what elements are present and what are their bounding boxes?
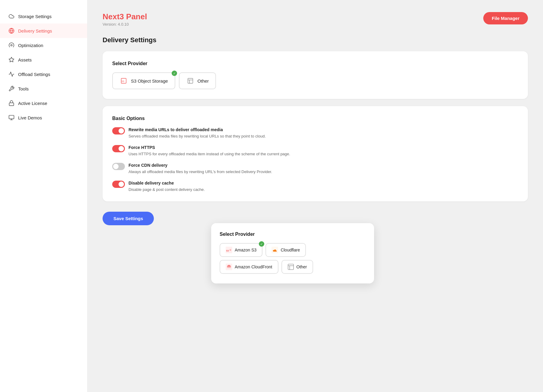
toggle-wrap-https: Force HTTPS Uses HTTPS for every offload…	[112, 145, 518, 156]
cloudflare-icon	[272, 247, 278, 253]
svg-marker-3	[9, 57, 14, 62]
toggle-wrap-cache: Disable delivery cache Disable page & po…	[112, 181, 518, 192]
toggle-force-https[interactable]	[112, 145, 125, 152]
tools-icon	[8, 86, 14, 92]
popup-selected-check-icon: ✓	[259, 241, 264, 247]
delivery-icon	[8, 28, 14, 34]
svg-rect-19	[227, 267, 231, 268]
toggle-wrap-cdn: Force CDN delivery Always all offloaded …	[112, 163, 518, 174]
svg-text:S3: S3	[226, 250, 229, 252]
sidebar-item-label: Optimization	[18, 43, 43, 48]
provider-s3-button[interactable]: ✓ S3 S3 Object Storage	[112, 72, 175, 89]
cloudflare-popup-label: Cloudflare	[281, 248, 300, 252]
license-icon	[8, 100, 14, 106]
sidebar-item-label: Live Demos	[18, 115, 42, 120]
option-cdn-title: Force CDN delivery	[129, 163, 272, 168]
cloud-icon	[8, 13, 14, 19]
option-https-desc: Uses HTTPS for every offloaded media ite…	[129, 152, 290, 156]
sidebar-item-assets[interactable]: Assets	[0, 52, 87, 67]
option-rewrite-urls: Rewrite media URLs to deliver offloaded …	[112, 127, 518, 138]
brand-title: Next3 Panel	[103, 12, 147, 21]
file-manager-button[interactable]: File Manager	[483, 12, 528, 24]
svg-text:S3: S3	[122, 80, 124, 83]
other-label: Other	[198, 78, 209, 84]
assets-icon	[8, 57, 14, 63]
provider-card-label: Select Provider	[112, 61, 518, 66]
basic-options-label: Basic Options	[112, 116, 518, 121]
other-icon	[186, 77, 195, 85]
sidebar-item-live-demos[interactable]: Live Demos	[0, 110, 87, 125]
sidebar-item-optimization[interactable]: Optimization	[0, 38, 87, 52]
sidebar-item-label: Delivery Settings	[18, 28, 52, 33]
popup-provider-buttons: ✓ S3 Amazon S3	[220, 243, 366, 274]
page-title: Delivery Settings	[103, 36, 528, 44]
svg-point-2	[11, 45, 12, 46]
option-cdn-text: Force CDN delivery Always all offloaded …	[129, 163, 272, 174]
popup-provider-label: Select Provider	[220, 232, 366, 237]
option-force-https: Force HTTPS Uses HTTPS for every offload…	[112, 145, 518, 156]
sidebar-item-label: Storage Settings	[18, 14, 52, 19]
amazon-s3-popup-label: Amazon S3	[235, 248, 256, 252]
option-https-text: Force HTTPS Uses HTTPS for every offload…	[129, 145, 290, 156]
offload-icon	[8, 71, 14, 77]
optimization-icon	[8, 42, 14, 48]
sidebar-item-active-license[interactable]: Active License	[0, 96, 87, 110]
popup-other-label: Other	[297, 264, 307, 269]
page-header: Next3 Panel Version: 4.0.10 File Manager	[103, 12, 528, 27]
svg-rect-10	[188, 78, 193, 84]
cloudfront-popup-label: Amazon CloudFront	[235, 264, 272, 269]
sidebar-item-label: Offload Settings	[18, 72, 50, 77]
s3-label: S3 Object Storage	[131, 78, 168, 84]
popup-cloudflare-button[interactable]: Cloudflare	[265, 243, 306, 257]
save-settings-button[interactable]: Save Settings	[103, 212, 154, 225]
provider-buttons-group: ✓ S3 S3 Object Storage	[112, 72, 518, 89]
toggle-rewrite-urls[interactable]	[112, 127, 125, 134]
popup-cloudfront-button[interactable]: Amazon CloudFront	[220, 260, 278, 274]
amazon-s3-icon: S3	[226, 247, 232, 253]
brand-block: Next3 Panel Version: 4.0.10	[103, 12, 147, 27]
sidebar-item-label: Assets	[18, 57, 32, 62]
sidebar-item-label: Active License	[18, 101, 47, 106]
option-cdn-desc: Always all offloaded media files by rewr…	[129, 169, 272, 174]
popup-other-icon	[287, 264, 294, 270]
select-provider-card: Select Provider ✓ S3 S3 Object Storage	[103, 51, 528, 99]
option-rewrite-title: Rewrite media URLs to deliver offloaded …	[129, 127, 266, 132]
option-cache-desc: Disable page & post content delivery cac…	[129, 187, 205, 192]
option-cache-text: Disable delivery cache Disable page & po…	[129, 181, 205, 192]
cloudfront-icon	[226, 264, 232, 270]
selected-check-icon: ✓	[172, 71, 177, 76]
option-force-cdn: Force CDN delivery Always all offloaded …	[112, 163, 518, 174]
sidebar-item-storage-settings[interactable]: Storage Settings	[0, 9, 87, 24]
toggle-disable-cache[interactable]	[112, 181, 125, 188]
s3-icon: S3	[119, 77, 128, 85]
svg-rect-20	[288, 264, 293, 270]
demos-icon	[8, 115, 14, 121]
popup-select-provider: Select Provider ✓ S3 Amazon S3	[211, 223, 374, 283]
option-cache-title: Disable delivery cache	[129, 181, 205, 185]
popup-amazon-s3-button[interactable]: ✓ S3 Amazon S3	[220, 243, 262, 257]
svg-rect-5	[9, 115, 14, 119]
option-rewrite-desc: Serves offloaded media files by rewritin…	[129, 134, 266, 138]
option-rewrite-text: Rewrite media URLs to deliver offloaded …	[129, 127, 266, 138]
sidebar: Storage Settings Delivery Settings Optim…	[0, 0, 87, 392]
option-https-title: Force HTTPS	[129, 145, 290, 150]
main-content: Next3 Panel Version: 4.0.10 File Manager…	[87, 0, 543, 392]
sidebar-item-offload-settings[interactable]: Offload Settings	[0, 67, 87, 81]
sidebar-item-delivery-settings[interactable]: Delivery Settings	[0, 24, 87, 38]
provider-other-button[interactable]: Other	[179, 72, 216, 89]
basic-options-card: Basic Options Rewrite media URLs to deli…	[103, 106, 528, 201]
brand-version: Version: 4.0.10	[103, 22, 147, 27]
sidebar-item-label: Tools	[18, 86, 29, 91]
toggle-wrap-rewrite: Rewrite media URLs to deliver offloaded …	[112, 127, 518, 138]
svg-rect-4	[9, 103, 14, 106]
popup-other-button[interactable]: Other	[281, 260, 313, 274]
option-disable-cache: Disable delivery cache Disable page & po…	[112, 181, 518, 192]
sidebar-item-tools[interactable]: Tools	[0, 81, 87, 96]
toggle-force-cdn[interactable]	[112, 163, 125, 170]
svg-point-16	[230, 249, 231, 251]
